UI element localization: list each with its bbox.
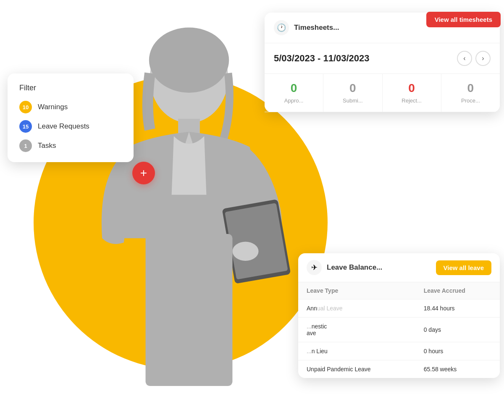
submitted-label: Submi...	[343, 97, 363, 104]
leave-requests-label: Leave Requests	[38, 122, 89, 131]
svg-point-1	[149, 28, 229, 93]
filter-card: Filter 10 Warnings 15 Leave Requests 1 T…	[8, 74, 134, 162]
filter-item-tasks[interactable]: 1 Tasks	[19, 139, 122, 152]
rejected-count: 0	[387, 81, 437, 95]
filter-item-leave-requests[interactable]: 15 Leave Requests	[19, 120, 122, 133]
stats-row: 0 Appro... 0 Submi... 0 Reject... 0 Proc…	[265, 74, 500, 112]
leave-type-lieu: ...n Lieu	[298, 342, 415, 360]
processed-label: Proce...	[461, 97, 480, 104]
leave-requests-badge: 15	[19, 120, 32, 133]
leave-table-header-row: Leave Type Leave Accrued	[298, 282, 500, 299]
leave-accrued-annual: 18.44 hours	[415, 299, 500, 318]
stat-rejected: 0 Reject...	[383, 74, 441, 112]
tasks-label: Tasks	[38, 142, 56, 150]
leave-balance-title: Leave Balance...	[327, 263, 431, 272]
stat-approved: 0 Appro...	[265, 74, 323, 112]
leave-accrued-domestic: 0 days	[415, 318, 500, 342]
stat-processed: 0 Proce...	[441, 74, 500, 112]
leave-type-unpaid: Unpaid Pandemic Leave	[298, 360, 415, 378]
leave-type-domestic: ...nesticave	[298, 318, 415, 342]
leave-row-lieu: ...n Lieu 0 hours	[298, 342, 500, 360]
filter-item-warnings[interactable]: 10 Warnings	[19, 101, 122, 113]
timesheets-card: View all timesheets 🕐 Timesheets... 5/03…	[265, 13, 500, 112]
processed-count: 0	[446, 81, 496, 95]
leave-row-annual: Annual Leave 18.44 hours	[298, 299, 500, 318]
leave-table: Leave Type Leave Accrued Annual Leave 18…	[298, 282, 500, 378]
leave-accrued-header: Leave Accrued	[415, 282, 500, 299]
warnings-badge: 10	[19, 101, 32, 113]
date-range-text: 5/03/2023 - 11/03/2023	[274, 53, 370, 64]
next-arrow[interactable]: ›	[475, 51, 491, 66]
clock-icon: 🕐	[274, 20, 289, 35]
leave-row-unpaid: Unpaid Pandemic Leave 65.58 weeks	[298, 360, 500, 378]
stat-submitted: 0 Submi...	[323, 74, 382, 112]
leave-type-header: Leave Type	[298, 282, 415, 299]
rejected-label: Reject...	[402, 97, 422, 104]
leave-row-domestic: ...nesticave 0 days	[298, 318, 500, 342]
prev-arrow[interactable]: ‹	[457, 51, 472, 66]
date-range-row: 5/03/2023 - 11/03/2023 ‹ ›	[265, 43, 500, 74]
tasks-badge: 1	[19, 139, 32, 152]
leave-balance-card: ✈ Leave Balance... View all leave Leave …	[298, 253, 500, 378]
warnings-label: Warnings	[38, 103, 68, 111]
svg-point-5	[232, 242, 258, 261]
plus-icon: +	[140, 167, 147, 179]
leave-accrued-lieu: 0 hours	[415, 342, 500, 360]
leave-header: ✈ Leave Balance... View all leave	[298, 253, 500, 282]
approved-count: 0	[269, 81, 319, 95]
filter-title: Filter	[19, 84, 122, 92]
leave-accrued-unpaid: 65.58 weeks	[415, 360, 500, 378]
svg-rect-6	[146, 234, 233, 386]
plane-icon: ✈	[307, 260, 322, 275]
add-button[interactable]: +	[132, 162, 155, 184]
leave-type-annual: Annual Leave	[298, 299, 415, 318]
nav-arrows: ‹ ›	[457, 51, 491, 66]
view-all-leave-button[interactable]: View all leave	[436, 260, 491, 275]
approved-label: Appro...	[284, 97, 304, 104]
view-all-timesheets-button[interactable]: View all timesheets	[426, 12, 501, 27]
submitted-count: 0	[328, 81, 378, 95]
